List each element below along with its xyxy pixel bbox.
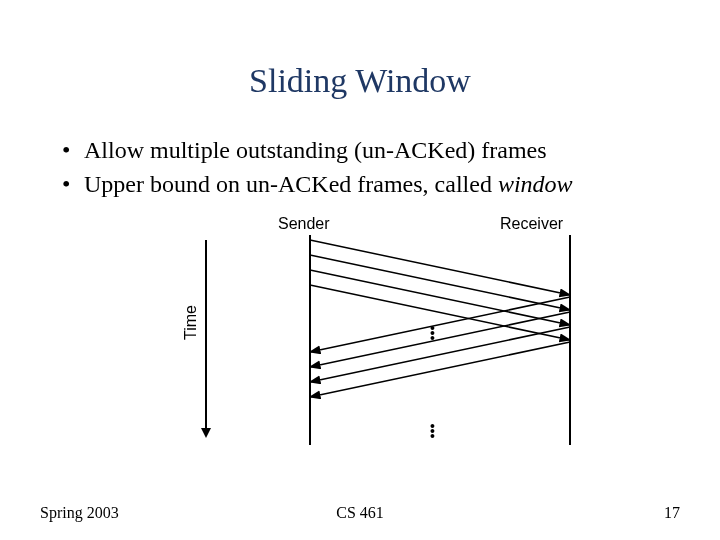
bullet-text: Allow multiple outstanding (un-ACKed) fr… <box>84 137 547 163</box>
svg-line-3 <box>310 255 570 310</box>
svg-line-5 <box>310 285 570 340</box>
slide-title: Sliding Window <box>0 62 720 100</box>
svg-line-4 <box>310 270 570 325</box>
sender-label: Sender <box>278 215 330 233</box>
time-axis-label: Time <box>182 305 200 340</box>
slide-number: 17 <box>664 504 680 522</box>
svg-line-6 <box>310 297 570 352</box>
svg-line-7 <box>310 312 570 367</box>
svg-line-8 <box>310 327 570 382</box>
receiver-label: Receiver <box>500 215 563 233</box>
ellipsis-icon: ••• <box>430 425 435 440</box>
sliding-window-diagram: Sender Receiver Time ••• ••• <box>160 215 600 465</box>
footer-course: CS 461 <box>0 504 720 522</box>
message-arrows <box>310 235 570 455</box>
bullet-item: Upper bound on un-ACKed frames, called w… <box>62 169 662 199</box>
bullet-italic: window <box>498 171 573 197</box>
bullet-text: Upper bound on un-ACKed frames, called <box>84 171 498 197</box>
svg-line-9 <box>310 342 570 397</box>
bullet-list: Allow multiple outstanding (un-ACKed) fr… <box>62 135 662 203</box>
bullet-item: Allow multiple outstanding (un-ACKed) fr… <box>62 135 662 165</box>
time-axis-arrow <box>205 240 207 430</box>
svg-line-2 <box>310 240 570 295</box>
slide: Sliding Window Allow multiple outstandin… <box>0 0 720 540</box>
ellipsis-icon: ••• <box>430 327 435 342</box>
